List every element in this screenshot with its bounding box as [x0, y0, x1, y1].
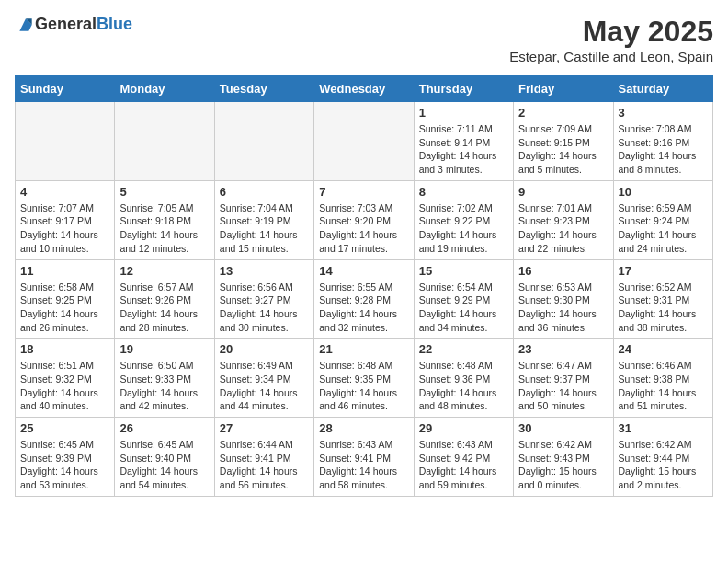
calendar-cell: 26Sunrise: 6:45 AM Sunset: 9:40 PM Dayli… [115, 418, 214, 497]
weekday-header-monday: Monday [115, 76, 214, 102]
day-info: Sunrise: 6:56 AM Sunset: 9:27 PM Dayligh… [220, 281, 309, 335]
day-info: Sunrise: 6:59 AM Sunset: 9:24 PM Dayligh… [619, 201, 708, 256]
week-row-4: 18Sunrise: 6:51 AM Sunset: 9:32 PM Dayli… [16, 339, 713, 418]
main-title: May 2025 [509, 15, 713, 49]
calendar-cell: 25Sunrise: 6:45 AM Sunset: 9:39 PM Dayli… [16, 418, 115, 497]
day-number: 29 [419, 421, 508, 435]
day-info: Sunrise: 6:43 AM Sunset: 9:41 PM Dayligh… [319, 438, 408, 492]
calendar-cell: 9Sunrise: 7:01 AM Sunset: 9:23 PM Daylig… [514, 180, 613, 259]
day-number: 12 [119, 264, 209, 278]
day-info: Sunrise: 6:44 AM Sunset: 9:41 PM Dayligh… [220, 438, 309, 492]
day-number: 22 [419, 342, 508, 356]
day-number: 20 [220, 342, 309, 356]
page-header: GeneralBlue May 2025 Estepar, Castille a… [15, 15, 713, 64]
weekday-header-friday: Friday [514, 76, 613, 102]
day-number: 26 [119, 421, 209, 435]
calendar-cell [314, 102, 414, 181]
day-number: 4 [20, 185, 109, 199]
day-info: Sunrise: 7:03 AM Sunset: 9:20 PM Dayligh… [319, 201, 408, 256]
day-info: Sunrise: 6:46 AM Sunset: 9:38 PM Dayligh… [619, 359, 708, 413]
day-number: 9 [518, 185, 608, 199]
calendar-cell [16, 102, 115, 181]
calendar-cell: 7Sunrise: 7:03 AM Sunset: 9:20 PM Daylig… [314, 180, 414, 259]
day-number: 19 [119, 342, 209, 356]
day-info: Sunrise: 7:01 AM Sunset: 9:23 PM Dayligh… [518, 201, 608, 256]
weekday-header-tuesday: Tuesday [214, 76, 313, 102]
day-number: 23 [518, 342, 608, 356]
day-number: 3 [619, 106, 708, 120]
day-info: Sunrise: 7:09 AM Sunset: 9:15 PM Dayligh… [518, 122, 608, 177]
day-number: 7 [319, 185, 408, 199]
calendar-cell: 12Sunrise: 6:57 AM Sunset: 9:26 PM Dayli… [115, 259, 214, 339]
day-info: Sunrise: 7:05 AM Sunset: 9:18 PM Dayligh… [119, 201, 209, 256]
day-info: Sunrise: 6:51 AM Sunset: 9:32 PM Dayligh… [20, 359, 109, 413]
calendar-cell: 4Sunrise: 7:07 AM Sunset: 9:17 PM Daylig… [16, 180, 115, 259]
calendar-cell: 11Sunrise: 6:58 AM Sunset: 9:25 PM Dayli… [16, 259, 115, 339]
weekday-header-wednesday: Wednesday [314, 76, 414, 102]
day-number: 8 [419, 185, 508, 199]
calendar-cell: 21Sunrise: 6:48 AM Sunset: 9:35 PM Dayli… [314, 339, 414, 418]
day-info: Sunrise: 6:52 AM Sunset: 9:31 PM Dayligh… [619, 281, 708, 335]
day-info: Sunrise: 7:07 AM Sunset: 9:17 PM Dayligh… [20, 201, 109, 256]
day-number: 25 [20, 421, 109, 435]
day-info: Sunrise: 6:55 AM Sunset: 9:28 PM Dayligh… [319, 281, 408, 335]
day-number: 17 [619, 264, 708, 278]
calendar-cell: 13Sunrise: 6:56 AM Sunset: 9:27 PM Dayli… [214, 259, 313, 339]
calendar-cell: 31Sunrise: 6:42 AM Sunset: 9:44 PM Dayli… [613, 418, 712, 497]
day-info: Sunrise: 6:49 AM Sunset: 9:34 PM Dayligh… [220, 359, 309, 413]
day-number: 11 [20, 264, 109, 278]
calendar-cell: 8Sunrise: 7:02 AM Sunset: 9:22 PM Daylig… [414, 180, 513, 259]
title-block: May 2025 Estepar, Castille and Leon, Spa… [509, 15, 713, 64]
calendar-cell: 2Sunrise: 7:09 AM Sunset: 9:15 PM Daylig… [514, 102, 613, 181]
week-row-2: 4Sunrise: 7:07 AM Sunset: 9:17 PM Daylig… [16, 180, 713, 259]
location-subtitle: Estepar, Castille and Leon, Spain [509, 49, 713, 64]
day-number: 13 [220, 264, 309, 278]
calendar-cell: 16Sunrise: 6:53 AM Sunset: 9:30 PM Dayli… [514, 259, 613, 339]
day-number: 15 [419, 264, 508, 278]
day-number: 27 [220, 421, 309, 435]
day-info: Sunrise: 6:53 AM Sunset: 9:30 PM Dayligh… [518, 281, 608, 335]
day-number: 5 [119, 185, 209, 199]
week-row-1: 1Sunrise: 7:11 AM Sunset: 9:14 PM Daylig… [16, 102, 713, 181]
calendar-cell: 22Sunrise: 6:48 AM Sunset: 9:36 PM Dayli… [414, 339, 513, 418]
day-number: 16 [518, 264, 608, 278]
calendar-cell: 1Sunrise: 7:11 AM Sunset: 9:14 PM Daylig… [414, 102, 513, 181]
calendar-cell: 20Sunrise: 6:49 AM Sunset: 9:34 PM Dayli… [214, 339, 313, 418]
calendar-cell [214, 102, 313, 181]
calendar-cell: 15Sunrise: 6:54 AM Sunset: 9:29 PM Dayli… [414, 259, 513, 339]
day-info: Sunrise: 6:57 AM Sunset: 9:26 PM Dayligh… [119, 281, 209, 335]
day-number: 21 [319, 342, 408, 356]
weekday-header-sunday: Sunday [16, 76, 115, 102]
calendar-cell: 27Sunrise: 6:44 AM Sunset: 9:41 PM Dayli… [214, 418, 313, 497]
calendar-cell: 5Sunrise: 7:05 AM Sunset: 9:18 PM Daylig… [115, 180, 214, 259]
day-info: Sunrise: 6:48 AM Sunset: 9:36 PM Dayligh… [419, 359, 508, 413]
logo: GeneralBlue [15, 15, 132, 34]
calendar-cell: 30Sunrise: 6:42 AM Sunset: 9:43 PM Dayli… [514, 418, 613, 497]
day-number: 24 [619, 342, 708, 356]
calendar-cell: 23Sunrise: 6:47 AM Sunset: 9:37 PM Dayli… [514, 339, 613, 418]
calendar-cell: 10Sunrise: 6:59 AM Sunset: 9:24 PM Dayli… [613, 180, 712, 259]
calendar-cell [115, 102, 214, 181]
day-info: Sunrise: 6:43 AM Sunset: 9:42 PM Dayligh… [419, 438, 508, 492]
day-info: Sunrise: 6:42 AM Sunset: 9:44 PM Dayligh… [619, 438, 708, 492]
calendar-cell: 28Sunrise: 6:43 AM Sunset: 9:41 PM Dayli… [314, 418, 414, 497]
logo-blue: Blue [97, 15, 132, 33]
day-info: Sunrise: 6:45 AM Sunset: 9:40 PM Dayligh… [119, 438, 209, 492]
day-number: 30 [518, 421, 608, 435]
day-number: 2 [518, 106, 608, 120]
logo-general: General [35, 15, 97, 33]
weekday-header-saturday: Saturday [613, 76, 712, 102]
day-number: 31 [619, 421, 708, 435]
day-info: Sunrise: 7:04 AM Sunset: 9:19 PM Dayligh… [220, 201, 309, 256]
calendar-cell: 3Sunrise: 7:08 AM Sunset: 9:16 PM Daylig… [613, 102, 712, 181]
day-info: Sunrise: 6:48 AM Sunset: 9:35 PM Dayligh… [319, 359, 408, 413]
calendar-cell: 18Sunrise: 6:51 AM Sunset: 9:32 PM Dayli… [16, 339, 115, 418]
week-row-3: 11Sunrise: 6:58 AM Sunset: 9:25 PM Dayli… [16, 259, 713, 339]
day-info: Sunrise: 6:54 AM Sunset: 9:29 PM Dayligh… [419, 281, 508, 335]
day-info: Sunrise: 6:58 AM Sunset: 9:25 PM Dayligh… [20, 281, 109, 335]
day-info: Sunrise: 7:11 AM Sunset: 9:14 PM Dayligh… [419, 122, 508, 177]
day-number: 10 [619, 185, 708, 199]
calendar-cell: 29Sunrise: 6:43 AM Sunset: 9:42 PM Dayli… [414, 418, 513, 497]
day-info: Sunrise: 6:47 AM Sunset: 9:37 PM Dayligh… [518, 359, 608, 413]
calendar-cell: 14Sunrise: 6:55 AM Sunset: 9:28 PM Dayli… [314, 259, 414, 339]
